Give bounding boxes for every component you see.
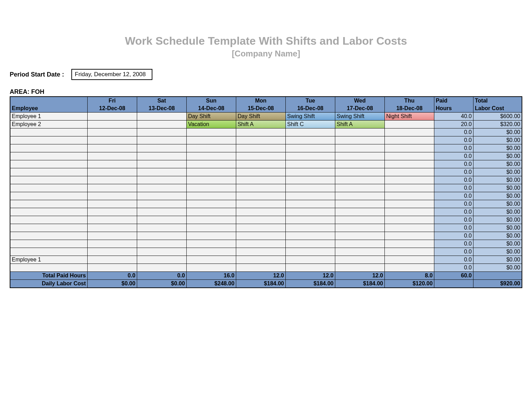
cell-shift[interactable] [236, 136, 285, 144]
cell-shift[interactable] [186, 176, 236, 184]
cell-shift[interactable] [87, 192, 137, 200]
cell-shift[interactable] [186, 128, 236, 136]
cell-shift[interactable] [87, 256, 137, 264]
cell-shift[interactable] [186, 152, 236, 160]
cell-shift[interactable] [186, 160, 236, 168]
cell-shift[interactable] [137, 144, 186, 152]
cell-shift[interactable] [385, 144, 434, 152]
cell-shift[interactable] [186, 208, 236, 216]
cell-shift[interactable] [335, 224, 384, 232]
cell-shift[interactable] [385, 264, 434, 272]
cell-shift[interactable] [87, 200, 137, 208]
cell-employee[interactable] [10, 216, 87, 224]
cell-shift[interactable] [285, 240, 335, 248]
cell-shift[interactable] [87, 168, 137, 176]
cell-shift[interactable] [385, 184, 434, 192]
cell-shift[interactable] [385, 192, 434, 200]
cell-shift[interactable] [137, 248, 186, 256]
cell-shift[interactable] [87, 128, 137, 136]
cell-shift[interactable] [335, 160, 384, 168]
cell-shift[interactable] [236, 144, 285, 152]
cell-shift[interactable] [87, 216, 137, 224]
cell-shift[interactable] [285, 224, 335, 232]
period-start-input[interactable]: Friday, December 12, 2008 [71, 69, 152, 80]
cell-employee[interactable] [10, 128, 87, 136]
cell-employee[interactable] [10, 240, 87, 248]
cell-shift[interactable] [385, 152, 434, 160]
cell-shift[interactable] [385, 176, 434, 184]
cell-shift[interactable] [137, 121, 186, 128]
cell-shift[interactable] [236, 192, 285, 200]
cell-shift[interactable] [285, 232, 335, 240]
cell-shift[interactable] [236, 248, 285, 256]
cell-shift[interactable] [335, 264, 384, 272]
cell-shift[interactable] [137, 264, 186, 272]
cell-shift[interactable] [285, 128, 335, 136]
cell-shift[interactable] [385, 200, 434, 208]
cell-shift[interactable] [285, 168, 335, 176]
cell-shift[interactable] [285, 184, 335, 192]
cell-shift[interactable] [335, 232, 384, 240]
cell-shift[interactable] [335, 152, 384, 160]
cell-shift[interactable] [285, 256, 335, 264]
cell-shift[interactable] [236, 160, 285, 168]
cell-shift[interactable] [385, 168, 434, 176]
cell-shift[interactable] [335, 168, 384, 176]
cell-shift[interactable]: Day Shift [186, 113, 236, 121]
cell-shift[interactable] [285, 136, 335, 144]
cell-shift[interactable] [385, 232, 434, 240]
cell-shift[interactable] [385, 224, 434, 232]
cell-shift[interactable] [137, 176, 186, 184]
cell-shift[interactable] [236, 216, 285, 224]
cell-shift[interactable] [186, 136, 236, 144]
cell-shift[interactable]: Day Shift [236, 113, 285, 121]
cell-shift[interactable] [137, 232, 186, 240]
cell-shift[interactable] [335, 256, 384, 264]
cell-shift[interactable]: Shift A [335, 121, 384, 128]
cell-shift[interactable] [236, 176, 285, 184]
cell-shift[interactable] [137, 168, 186, 176]
cell-shift[interactable] [285, 264, 335, 272]
cell-shift[interactable] [236, 232, 285, 240]
cell-shift[interactable] [335, 200, 384, 208]
cell-shift[interactable] [137, 136, 186, 144]
cell-shift[interactable] [186, 168, 236, 176]
cell-shift[interactable] [285, 152, 335, 160]
cell-shift[interactable] [385, 240, 434, 248]
cell-employee[interactable] [10, 192, 87, 200]
cell-shift[interactable] [335, 216, 384, 224]
cell-shift[interactable] [285, 192, 335, 200]
cell-shift[interactable] [385, 136, 434, 144]
cell-shift[interactable] [285, 200, 335, 208]
cell-shift[interactable] [236, 200, 285, 208]
cell-shift[interactable] [137, 184, 186, 192]
cell-shift[interactable] [236, 240, 285, 248]
cell-shift[interactable] [186, 240, 236, 248]
cell-shift[interactable]: Night Shift [385, 113, 434, 121]
cell-shift[interactable] [335, 184, 384, 192]
cell-shift[interactable] [87, 184, 137, 192]
cell-employee[interactable] [10, 248, 87, 256]
cell-employee[interactable] [10, 264, 87, 272]
cell-shift[interactable] [87, 144, 137, 152]
cell-employee[interactable] [10, 184, 87, 192]
cell-shift[interactable] [335, 136, 384, 144]
cell-employee[interactable] [10, 160, 87, 168]
cell-employee[interactable]: Employee 2 [10, 121, 87, 128]
cell-shift[interactable] [385, 160, 434, 168]
cell-shift[interactable] [137, 128, 186, 136]
cell-employee[interactable] [10, 152, 87, 160]
cell-shift[interactable] [335, 240, 384, 248]
cell-shift[interactable] [186, 224, 236, 232]
cell-employee[interactable] [10, 224, 87, 232]
cell-shift[interactable] [335, 176, 384, 184]
cell-shift[interactable] [236, 224, 285, 232]
cell-shift[interactable] [285, 176, 335, 184]
cell-shift[interactable] [186, 200, 236, 208]
cell-shift[interactable] [137, 200, 186, 208]
cell-shift[interactable] [87, 224, 137, 232]
cell-shift[interactable] [335, 208, 384, 216]
cell-shift[interactable] [186, 216, 236, 224]
cell-shift[interactable] [385, 121, 434, 128]
cell-shift[interactable] [236, 208, 285, 216]
